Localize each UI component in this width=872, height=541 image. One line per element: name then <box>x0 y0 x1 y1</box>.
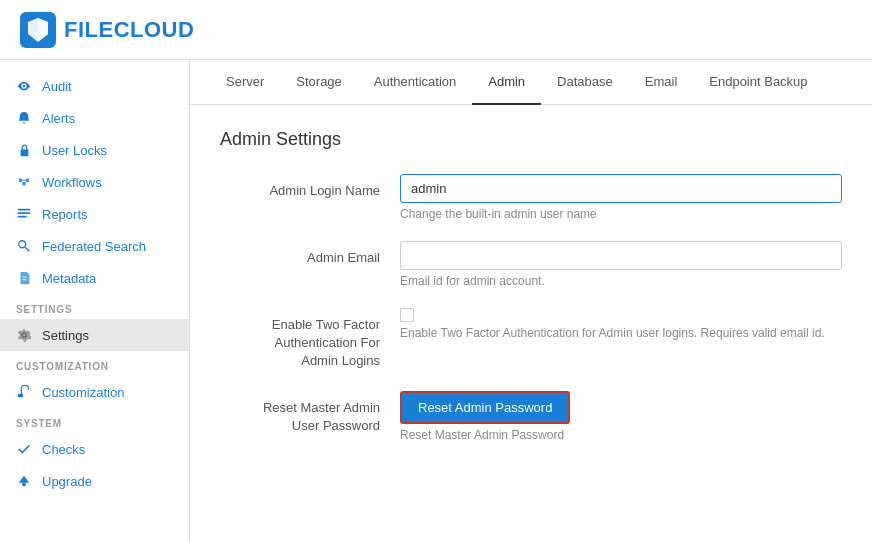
sidebar-label-metadata: Metadata <box>42 271 96 286</box>
admin-email-input[interactable] <box>400 241 842 270</box>
header: FILECLOUD <box>0 0 872 60</box>
reset-password-row: Reset Master Admin User Password Reset A… <box>220 391 842 442</box>
customization-section-label: CUSTOMIZATION <box>0 351 189 376</box>
two-factor-row: Enable Two Factor Authentication For Adm… <box>220 308 842 371</box>
reset-admin-password-button[interactable]: Reset Admin Password <box>400 391 570 424</box>
sidebar-item-reports[interactable]: Reports <box>0 198 189 230</box>
sidebar-item-user-locks[interactable]: User Locks <box>0 134 189 166</box>
reset-password-hint: Reset Master Admin Password <box>400 428 842 442</box>
tab-authentication[interactable]: Authentication <box>358 60 472 105</box>
admin-email-hint: Email id for admin account. <box>400 274 842 288</box>
admin-login-name-hint: Change the built-in admin user name <box>400 207 842 221</box>
two-factor-control: Enable Two Factor Authentication for Adm… <box>400 308 842 340</box>
system-section-label: SYSTEM <box>0 408 189 433</box>
svg-rect-11 <box>18 394 23 398</box>
two-factor-hint: Enable Two Factor Authentication for Adm… <box>400 326 842 340</box>
workflows-icon <box>16 174 32 190</box>
sidebar-item-alerts[interactable]: Alerts <box>0 102 189 134</box>
svg-rect-13 <box>22 483 26 487</box>
admin-login-name-control: Change the built-in admin user name <box>400 174 842 221</box>
sidebar-label-customization: Customization <box>42 385 124 400</box>
sidebar-label-federated-search: Federated Search <box>42 239 146 254</box>
logo-text: FILECLOUD <box>64 17 194 43</box>
sidebar-item-workflows[interactable]: Workflows <box>0 166 189 198</box>
gear-icon <box>16 327 32 343</box>
content-area: Server Storage Authentication Admin Data… <box>190 60 872 541</box>
sidebar-item-upgrade[interactable]: Upgrade <box>0 465 189 497</box>
svg-rect-5 <box>18 212 30 214</box>
upgrade-icon <box>16 473 32 489</box>
admin-login-name-input[interactable] <box>400 174 842 203</box>
sidebar-item-federated-search[interactable]: Federated Search <box>0 230 189 262</box>
admin-login-name-label: Admin Login Name <box>220 174 400 200</box>
svg-rect-6 <box>18 216 27 218</box>
svg-rect-4 <box>18 209 30 211</box>
sidebar: Audit Alerts User Locks Workflows Report <box>0 60 190 541</box>
reports-icon <box>16 206 32 222</box>
tab-email[interactable]: Email <box>629 60 694 105</box>
sidebar-label-upgrade: Upgrade <box>42 474 92 489</box>
tab-admin[interactable]: Admin <box>472 60 541 105</box>
svg-point-7 <box>19 241 26 248</box>
svg-line-8 <box>25 247 29 251</box>
tab-endpoint-backup[interactable]: Endpoint Backup <box>693 60 823 105</box>
tab-server[interactable]: Server <box>210 60 280 105</box>
sidebar-label-audit: Audit <box>42 79 72 94</box>
sidebar-label-reports: Reports <box>42 207 88 222</box>
sidebar-item-customization[interactable]: Customization <box>0 376 189 408</box>
settings-title: Admin Settings <box>220 129 842 150</box>
sidebar-label-alerts: Alerts <box>42 111 75 126</box>
sidebar-item-metadata[interactable]: Metadata <box>0 262 189 294</box>
tab-bar: Server Storage Authentication Admin Data… <box>190 60 872 105</box>
sidebar-label-settings: Settings <box>42 328 89 343</box>
sidebar-label-user-locks: User Locks <box>42 143 107 158</box>
admin-email-control: Email id for admin account. <box>400 241 842 288</box>
customization-icon <box>16 384 32 400</box>
logo: FILECLOUD <box>20 12 194 48</box>
sidebar-item-audit[interactable]: Audit <box>0 70 189 102</box>
reset-password-control: Reset Admin Password Reset Master Admin … <box>400 391 842 442</box>
sidebar-item-settings[interactable]: Settings <box>0 319 189 351</box>
federated-search-icon <box>16 238 32 254</box>
two-factor-checkbox-row <box>400 308 842 322</box>
svg-point-1 <box>23 85 26 88</box>
two-factor-checkbox[interactable] <box>400 308 414 322</box>
settings-section-label: SETTINGS <box>0 294 189 319</box>
two-factor-label: Enable Two Factor Authentication For Adm… <box>220 308 400 371</box>
checks-icon <box>16 441 32 457</box>
metadata-icon <box>16 270 32 286</box>
bell-icon <box>16 110 32 126</box>
sidebar-label-workflows: Workflows <box>42 175 102 190</box>
logo-icon <box>20 12 56 48</box>
admin-login-name-row: Admin Login Name Change the built-in adm… <box>220 174 842 221</box>
sidebar-label-checks: Checks <box>42 442 85 457</box>
admin-email-row: Admin Email Email id for admin account. <box>220 241 842 288</box>
tab-storage[interactable]: Storage <box>280 60 358 105</box>
admin-email-label: Admin Email <box>220 241 400 267</box>
reset-password-label: Reset Master Admin User Password <box>220 391 400 435</box>
sidebar-item-checks[interactable]: Checks <box>0 433 189 465</box>
lock-icon <box>16 142 32 158</box>
admin-settings-panel: Admin Settings Admin Login Name Change t… <box>190 105 872 486</box>
main-layout: Audit Alerts User Locks Workflows Report <box>0 60 872 541</box>
svg-marker-12 <box>19 476 30 483</box>
svg-rect-2 <box>20 149 28 156</box>
eye-icon <box>16 78 32 94</box>
tab-database[interactable]: Database <box>541 60 629 105</box>
